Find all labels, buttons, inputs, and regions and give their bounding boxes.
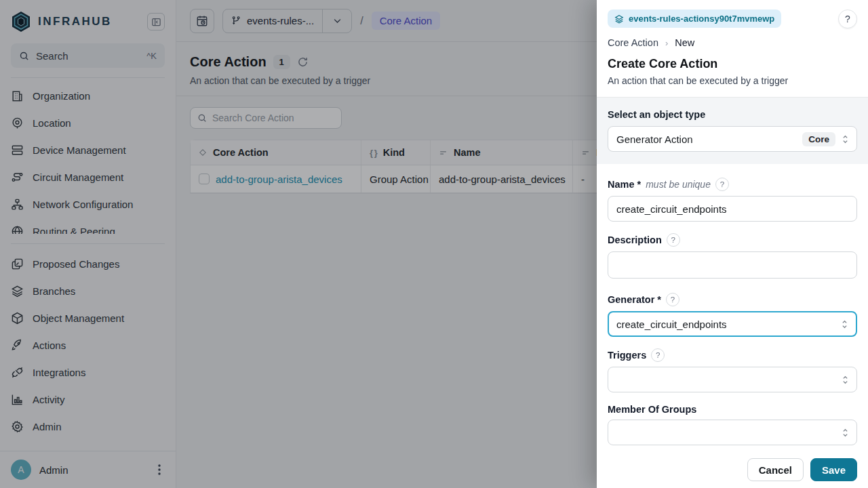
name-label: Name *	[608, 179, 641, 190]
generator-label: Generator *	[608, 294, 661, 305]
field-generator: Generator * ? create_circuit_endpoints	[608, 293, 857, 337]
name-input[interactable]	[608, 196, 857, 222]
namespace-chip: Core	[802, 132, 835, 146]
generator-value: create_circuit_endpoints	[616, 319, 835, 330]
branch-badge: events-rules-actionsy90t7mvmewp	[608, 9, 781, 28]
chevron-updown-icon	[841, 375, 850, 385]
question-icon[interactable]: ?	[667, 233, 680, 247]
question-icon[interactable]: ?	[666, 293, 679, 306]
field-triggers: Triggers ?	[608, 348, 857, 392]
triggers-select[interactable]	[608, 367, 857, 392]
field-description: Description ?	[608, 233, 857, 281]
object-type-select[interactable]: Generator Action Core	[608, 126, 857, 152]
field-name: Name * must be unique ?	[608, 178, 857, 222]
drawer-title: Create Core Action	[608, 57, 857, 71]
drawer-subtitle: An action that can be executed by a trig…	[608, 75, 857, 97]
object-type-label: Select an object type	[608, 109, 857, 120]
layers-icon	[614, 14, 624, 24]
chevron-updown-icon	[840, 319, 849, 329]
breadcrumb-parent[interactable]: Core Action	[608, 37, 658, 48]
member-of-groups-label: Member Of Groups	[608, 404, 696, 415]
save-button[interactable]: Save	[810, 458, 857, 481]
name-hint: must be unique	[646, 179, 711, 190]
description-label: Description	[608, 235, 662, 245]
object-type-value: Generator Action	[616, 134, 797, 145]
question-icon[interactable]: ?	[651, 348, 665, 362]
object-type-section: Select an object type Generator Action C…	[597, 97, 868, 164]
field-member-of-groups: Member Of Groups	[608, 404, 857, 445]
drawer-footer: Cancel Save	[597, 457, 868, 481]
chevron-right-icon: ›	[665, 38, 668, 48]
drawer-breadcrumb: Core Action › New	[608, 37, 857, 48]
chevron-updown-icon	[841, 428, 850, 438]
member-of-groups-select[interactable]	[608, 420, 857, 445]
cancel-button[interactable]: Cancel	[747, 458, 804, 481]
breadcrumb-current: New	[675, 37, 694, 48]
description-input[interactable]	[608, 251, 857, 279]
chevron-updown-icon	[841, 134, 850, 144]
create-form: Name * must be unique ? Description ? Ge…	[597, 164, 868, 445]
triggers-label: Triggers	[608, 350, 646, 361]
create-drawer: events-rules-actionsy90t7mvmewp ? Core A…	[597, 0, 868, 488]
question-icon[interactable]: ?	[715, 178, 729, 191]
branch-badge-label: events-rules-actionsy90t7mvmewp	[629, 14, 774, 24]
help-button[interactable]: ?	[838, 9, 857, 28]
generator-select[interactable]: create_circuit_endpoints	[608, 311, 857, 337]
